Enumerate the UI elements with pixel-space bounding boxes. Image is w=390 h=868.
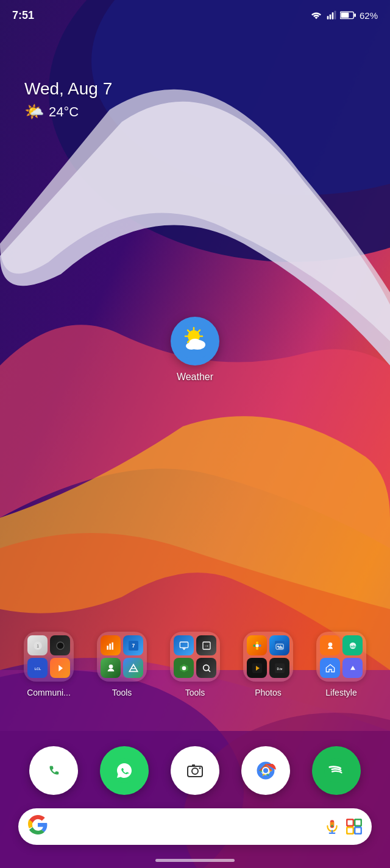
- google-lens-icon[interactable]: [346, 819, 362, 834]
- svg-marker-66: [326, 665, 334, 672]
- svg-rect-85: [355, 819, 361, 826]
- camera-icon: [183, 758, 207, 783]
- mini-app-up-arrow: [342, 658, 363, 678]
- svg-point-52: [256, 647, 258, 649]
- mini-app-smart-home: [320, 658, 340, 678]
- svg-marker-39: [129, 665, 137, 671]
- folder-community[interactable]: 1 LCL Communi...: [24, 632, 74, 697]
- mini-app-person: [101, 658, 121, 678]
- wallpaper: [0, 0, 390, 868]
- svg-line-49: [208, 669, 210, 671]
- signal-icon: [327, 10, 336, 20]
- folder-tools1-label: Tools: [112, 688, 132, 697]
- svg-point-51: [256, 641, 258, 644]
- mini-app-green-hex: [174, 658, 194, 678]
- temperature-display: 24°C: [49, 104, 79, 120]
- mini-app-hue: [320, 635, 340, 655]
- svg-point-48: [203, 665, 208, 670]
- status-bar: 7:51 62%: [0, 0, 390, 30]
- svg-rect-13: [341, 13, 349, 18]
- svg-point-50: [255, 644, 258, 647]
- svg-rect-7: [327, 16, 329, 19]
- svg-rect-42: [182, 647, 185, 648]
- sun-icon: 🌤️: [24, 102, 44, 121]
- mini-app-cal7: 7: [123, 635, 143, 655]
- svg-rect-84: [347, 819, 353, 826]
- mini-app-photos-blue: [269, 635, 289, 655]
- svg-point-29: [57, 642, 64, 649]
- svg-point-80: [263, 768, 268, 773]
- folder-tools1[interactable]: 7 Tools: [97, 632, 147, 697]
- mini-app-gdrive: [123, 658, 143, 678]
- folder-lifestyle[interactable]: tado Lifestyle: [316, 632, 366, 697]
- mini-app-dtv: D.tv: [269, 658, 289, 678]
- svg-point-69: [41, 758, 66, 783]
- mini-app-arrow: [50, 658, 70, 678]
- dock-whatsapp[interactable]: [100, 746, 149, 795]
- svg-marker-32: [58, 665, 63, 671]
- svg-text:tado: tado: [350, 644, 356, 647]
- google-g-icon: [28, 815, 48, 839]
- svg-rect-9: [332, 12, 334, 19]
- folder-tools2-label: Tools: [185, 688, 205, 697]
- svg-point-47: [182, 666, 186, 670]
- svg-rect-35: [112, 642, 113, 649]
- chrome-icon: [254, 758, 278, 783]
- date-weather-widget[interactable]: Wed, Aug 7 🌤️ 24°C: [24, 79, 112, 121]
- whatsapp-icon: [112, 758, 136, 783]
- weather-app-icon[interactable]: Weather: [171, 317, 219, 383]
- folders-row: 1 LCL Communi... 7: [0, 632, 390, 697]
- svg-rect-74: [192, 764, 195, 766]
- weather-svg-icon: [177, 323, 213, 359]
- mini-app-1pass: 1: [27, 635, 48, 655]
- phone-icon: [41, 758, 66, 783]
- svg-text:D.tv: D.tv: [277, 667, 282, 670]
- svg-point-83: [331, 825, 333, 827]
- folder-tools2[interactable]: −+ Tools: [170, 632, 220, 697]
- dock-chrome[interactable]: [241, 746, 290, 795]
- folder-tools2-icon: −+: [170, 632, 220, 682]
- mini-app-plex: [247, 658, 267, 678]
- svg-point-38: [108, 665, 113, 669]
- dock-camera[interactable]: [171, 746, 219, 795]
- svg-rect-87: [355, 827, 361, 834]
- svg-point-26: [189, 339, 201, 347]
- dock-phone[interactable]: [29, 746, 78, 795]
- search-bar[interactable]: [18, 808, 372, 845]
- svg-rect-43: [183, 648, 185, 649]
- dock-spotify[interactable]: [312, 746, 361, 795]
- mini-app-calc: −+: [196, 635, 216, 655]
- wifi-icon: [310, 10, 323, 20]
- svg-text:LCL: LCL: [34, 666, 41, 670]
- microphone-icon[interactable]: [324, 819, 340, 834]
- svg-rect-86: [347, 827, 353, 834]
- svg-point-53: [253, 644, 255, 647]
- home-indicator: [155, 859, 235, 862]
- folder-photos-icon: D.tv: [243, 632, 293, 682]
- svg-point-57: [277, 646, 279, 647]
- svg-text:7: 7: [132, 643, 135, 649]
- status-icons: 62%: [310, 10, 378, 21]
- svg-rect-33: [107, 646, 108, 650]
- svg-point-54: [258, 644, 261, 647]
- svg-point-71: [183, 758, 207, 783]
- svg-rect-34: [109, 643, 111, 649]
- status-time: 7:51: [12, 9, 34, 22]
- folder-photos[interactable]: D.tv Photos: [243, 632, 293, 697]
- folder-tools1-icon: 7: [97, 632, 147, 682]
- folder-photos-label: Photos: [255, 688, 282, 697]
- mini-app-tado: tado: [342, 635, 363, 655]
- mini-app-dark: [50, 635, 70, 655]
- svg-point-75: [199, 767, 201, 769]
- svg-rect-41: [180, 642, 188, 647]
- mini-app-lens: [196, 658, 216, 678]
- weather-app-label: Weather: [177, 372, 213, 383]
- mini-app-lcl: LCL: [27, 658, 48, 678]
- google-logo: [28, 815, 48, 834]
- battery-percent: 62%: [360, 10, 378, 21]
- date-display: Wed, Aug 7: [24, 79, 112, 99]
- svg-text:−+: −+: [204, 644, 208, 647]
- mini-app-monitor: [174, 635, 194, 655]
- svg-rect-10: [335, 11, 336, 19]
- mini-app-flower: [247, 635, 267, 655]
